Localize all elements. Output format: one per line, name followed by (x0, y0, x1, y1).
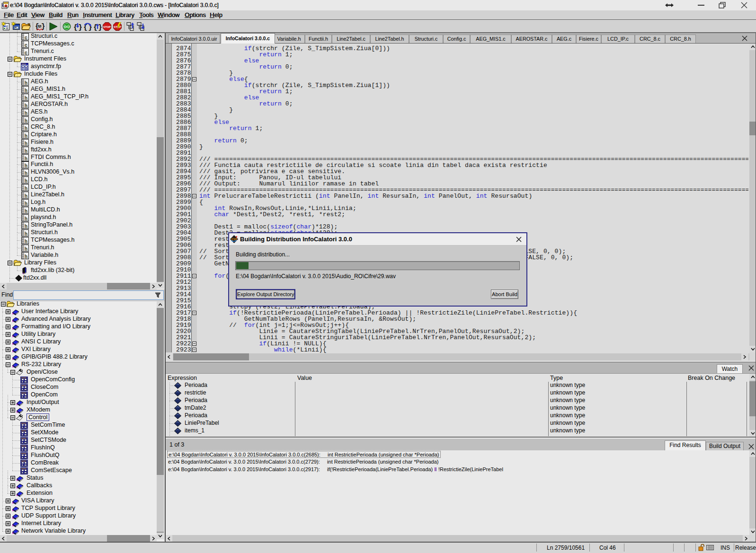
svg-text:c: c (25, 35, 27, 40)
svg-text:}: } (98, 24, 102, 31)
svg-text:h: h (25, 239, 27, 244)
svg-text:}: } (78, 24, 82, 31)
svg-text:h: h (25, 141, 27, 146)
svg-text:h: h (25, 171, 27, 176)
svg-text:STOP: STOP (103, 26, 111, 28)
svg-text:CVI: CVI (231, 237, 237, 241)
svg-text:c: c (25, 43, 27, 48)
svg-text:h: h (25, 231, 27, 237)
svg-text:h: h (25, 209, 27, 214)
svg-text:GO: GO (64, 25, 70, 29)
svg-text:h: h (25, 246, 27, 252)
svg-text:h: h (25, 118, 27, 123)
svg-text:c: c (6, 25, 8, 28)
svg-text:h: h (25, 111, 27, 116)
svg-text:c: c (25, 50, 27, 55)
svg-text:h: h (25, 149, 27, 154)
svg-text:h: h (25, 216, 27, 221)
svg-text:h: h (25, 133, 27, 139)
svg-text:h: h (25, 156, 27, 161)
svg-text:h: h (25, 254, 27, 259)
svg-text:{: { (73, 24, 78, 31)
svg-text:h: h (25, 96, 27, 101)
svg-text:h: h (25, 178, 27, 184)
svg-text:h: h (25, 88, 27, 93)
svg-text:h: h (25, 201, 27, 206)
svg-text:h: h (25, 163, 27, 168)
svg-text:h: h (25, 80, 27, 86)
svg-text:h: h (25, 186, 27, 191)
svg-text:h: h (25, 103, 27, 108)
svg-text:h: h (25, 126, 27, 131)
svg-text:h: h (25, 224, 27, 229)
svg-text:h: h (25, 193, 27, 199)
